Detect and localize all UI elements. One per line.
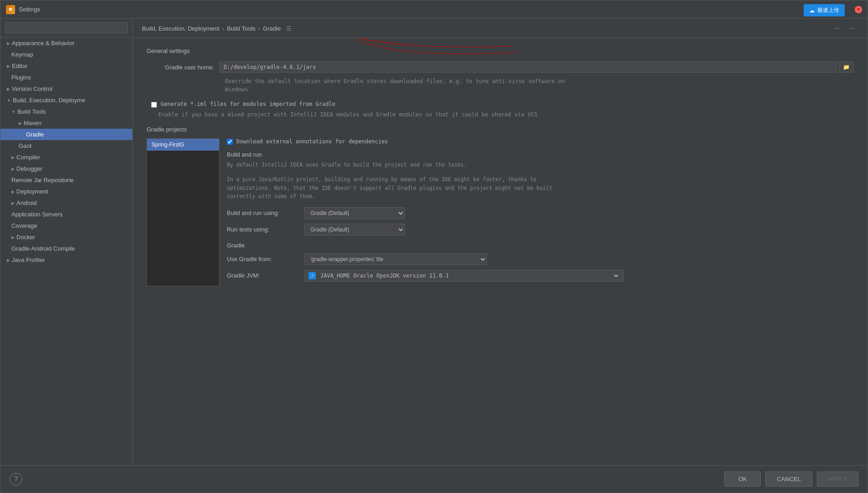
project-settings: Download external annotations for depend…	[227, 138, 854, 286]
sidebar-item-gradle[interactable]: Gradle ⋮	[0, 129, 132, 140]
expand-arrow-maven: ▶	[19, 121, 22, 126]
sidebar-item-deployment[interactable]: ▶ Deployment ⋮	[0, 186, 132, 197]
sidebar-item-plugins[interactable]: Plugins ⋮	[0, 72, 132, 83]
dots-icon-coverage: ⋮	[124, 224, 128, 228]
generate-iml-checkbox[interactable]	[151, 102, 157, 108]
breadcrumb: Build, Execution, Deployment › Build Too…	[142, 25, 292, 32]
breadcrumb-part-1[interactable]: Build, Execution, Deployment	[142, 25, 220, 32]
gradle-jvm-label: Gradle JVM:	[227, 272, 304, 279]
download-annotations-row: Download external annotations for depend…	[227, 138, 854, 145]
breadcrumb-current: Gradle	[263, 25, 281, 32]
settings-panel: General settings Gradle user home: 📁 Ove…	[133, 38, 868, 465]
project-item-spring[interactable]: Spring-FirstG	[147, 139, 219, 151]
gradle-jvm-wrap: J JAVA_HOME Oracle OpenJDK version 11.0.…	[304, 270, 624, 282]
sidebar-item-gant[interactable]: Gant ⋮	[0, 140, 132, 152]
build-and-run-title: Build and run	[227, 151, 854, 158]
sidebar-item-build-tools[interactable]: ▼ Build Tools ⋮	[0, 106, 132, 117]
sidebar-item-debugger[interactable]: ▶ Debugger ⋮	[0, 163, 132, 174]
sidebar-item-appearance[interactable]: ▶ Appearance & Behavior	[0, 37, 132, 49]
sidebar-item-java-profiler[interactable]: ▶ Java Profiler	[0, 254, 132, 266]
ok-button[interactable]: OK	[724, 472, 761, 487]
search-input[interactable]	[5, 22, 128, 33]
sidebar-item-application-servers[interactable]: Application Servers	[0, 209, 132, 220]
generate-iml-label[interactable]: Generate *.iml files for modules importe…	[161, 101, 335, 107]
dots-icon-gant: ⋮	[124, 144, 128, 148]
expand-arrow-deployment: ▶	[11, 189, 15, 194]
build-and-run-desc2: In a pure Java/Kotlin project, building …	[227, 175, 854, 200]
use-gradle-from-row: Use Gradle from: 'gradle-wrapper.propert…	[227, 253, 854, 265]
expand-arrow-docker: ▶	[11, 235, 15, 240]
run-tests-using-label: Run tests using:	[227, 226, 304, 233]
dots-icon-deployment: ⋮	[124, 189, 128, 194]
close-button[interactable]: ✕	[855, 6, 862, 13]
breadcrumb-bar: Build, Execution, Deployment › Build Too…	[133, 19, 868, 38]
build-and-run-using-row: Build and run using: Gradle (Default) In…	[227, 207, 854, 219]
use-gradle-from-select[interactable]: 'gradle-wrapper.properties' file Specifi…	[304, 253, 487, 265]
expand-arrow-appearance: ▶	[7, 41, 10, 46]
sidebar-item-coverage[interactable]: Coverage ⋮	[0, 220, 132, 231]
dots-icon-gradle: ⋮	[124, 132, 128, 137]
ad-area: ☁ 极速上传	[804, 4, 845, 16]
expand-arrow-android: ▶	[11, 201, 15, 205]
gradle-section-title: Gradle	[227, 242, 854, 249]
generate-iml-row: Generate *.iml files for modules importe…	[146, 101, 854, 108]
folder-browse-button[interactable]: 📁	[839, 62, 854, 73]
title-bar: ★ Settings ☁ 极速上传 ✕	[0, 0, 868, 19]
sidebar-item-remote-jar[interactable]: Remote Jar Repositorie ⋮	[0, 174, 132, 186]
dots-icon-compiler: ⋮	[124, 155, 128, 160]
expand-arrow-debugger: ▶	[11, 167, 15, 171]
sidebar-item-maven[interactable]: ▶ Maven ⋮	[0, 117, 132, 129]
app-icon: ★	[6, 5, 15, 14]
breadcrumb-sep-1: ›	[222, 25, 224, 32]
gradle-jvm-select[interactable]: JAVA_HOME Oracle OpenJDK version 11.0.1 …	[319, 272, 620, 279]
sidebar-item-editor[interactable]: ▶ Editor	[0, 60, 132, 72]
back-button[interactable]: ←	[831, 23, 844, 33]
breadcrumb-part-2[interactable]: Build Tools	[227, 25, 256, 32]
expand-arrow-build: ▼	[7, 98, 11, 103]
forward-button[interactable]: →	[846, 23, 858, 33]
download-annotations-checkbox[interactable]	[227, 139, 233, 145]
search-bar	[0, 19, 132, 37]
dots-icon-maven: ⋮	[124, 121, 128, 126]
cancel-button[interactable]: CANCEL	[765, 472, 812, 487]
gradle-user-home-input-wrap: 📁	[220, 62, 854, 73]
sidebar-item-compiler[interactable]: ▶ Compiler ⋮	[0, 152, 132, 163]
gradle-user-home-label: Gradle user home:	[146, 64, 220, 71]
gradle-user-home-row: Gradle user home: 📁	[146, 62, 854, 73]
project-list: Spring-FirstG	[146, 138, 220, 286]
ad-button[interactable]: ☁ 极速上传	[804, 4, 845, 16]
breadcrumb-sep-2: ›	[258, 25, 260, 32]
generate-iml-hint: Enable if you have a mixed project with …	[158, 110, 854, 119]
build-and-run-using-label: Build and run using:	[227, 210, 304, 216]
sidebar: ▶ Appearance & Behavior Keymap ▶ Editor …	[0, 19, 133, 465]
content-area: ▶ Appearance & Behavior Keymap ▶ Editor …	[0, 19, 868, 465]
expand-arrow-build-tools: ▼	[11, 110, 16, 114]
build-and-run-using-select[interactable]: Gradle (Default) IntelliJ IDEA	[304, 207, 405, 219]
sidebar-item-build-exec[interactable]: ▼ Build, Execution, Deployme	[0, 94, 132, 106]
dots-icon-gradle-android: ⋮	[124, 246, 128, 251]
sidebar-item-keymap[interactable]: Keymap	[0, 49, 132, 60]
dots-icon-plugins: ⋮	[124, 75, 128, 80]
gradle-user-home-input[interactable]	[220, 62, 837, 73]
build-and-run-desc1: By default IntelliJ IDEA uses Gradle to …	[227, 161, 854, 169]
help-button[interactable]: ?	[10, 473, 22, 486]
use-gradle-from-label: Use Gradle from:	[227, 256, 304, 262]
sidebar-item-android[interactable]: ▶ Android ⋮	[0, 197, 132, 209]
download-annotations-label[interactable]: Download external annotations for depend…	[236, 138, 388, 145]
gradle-user-home-hint: Override the default location where Grad…	[225, 77, 854, 94]
window-controls: ✕	[855, 6, 862, 13]
main-content: Build, Execution, Deployment › Build Too…	[133, 19, 868, 465]
bottom-bar: ? OK CANCEL APPLY	[0, 465, 868, 493]
gradle-projects-section: Gradle projects Spring-FirstG Download e…	[146, 126, 854, 286]
sidebar-item-gradle-android[interactable]: Gradle-Android Compile ⋮	[0, 243, 132, 254]
run-tests-using-select[interactable]: Gradle (Default) IntelliJ IDEA	[304, 224, 405, 236]
expand-arrow-editor: ▶	[7, 64, 10, 68]
sidebar-item-docker[interactable]: ▶ Docker	[0, 231, 132, 243]
dots-icon-android: ⋮	[124, 201, 128, 205]
projects-layout: Spring-FirstG Download external annotati…	[146, 138, 854, 286]
gradle-projects-title: Gradle projects	[146, 126, 854, 133]
sidebar-item-version-control[interactable]: ▶ Version Control	[0, 83, 132, 94]
dots-icon-build-tools: ⋮	[124, 110, 128, 114]
apply-button[interactable]: APPLY	[817, 472, 858, 487]
settings-icon: ☰	[286, 25, 292, 32]
